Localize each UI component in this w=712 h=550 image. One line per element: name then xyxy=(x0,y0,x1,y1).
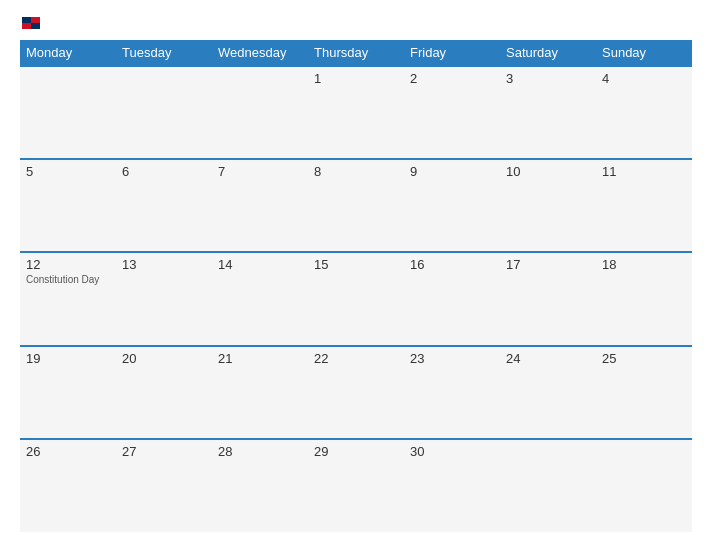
day-number: 20 xyxy=(122,351,206,366)
calendar-cell: 29 xyxy=(308,439,404,532)
logo xyxy=(20,18,40,30)
day-number: 7 xyxy=(218,164,302,179)
day-number: 15 xyxy=(314,257,398,272)
calendar-cell: 4 xyxy=(596,66,692,159)
day-number: 5 xyxy=(26,164,110,179)
calendar-cell: 1 xyxy=(308,66,404,159)
day-number: 9 xyxy=(410,164,494,179)
calendar-cell: 27 xyxy=(116,439,212,532)
calendar-table: MondayTuesdayWednesdayThursdayFridaySatu… xyxy=(20,40,692,532)
week-row-4: 19202122232425 xyxy=(20,346,692,439)
day-number: 10 xyxy=(506,164,590,179)
calendar-cell: 19 xyxy=(20,346,116,439)
calendar-cell: 22 xyxy=(308,346,404,439)
calendar-cell: 30 xyxy=(404,439,500,532)
calendar-cell xyxy=(20,66,116,159)
week-row-5: 2627282930 xyxy=(20,439,692,532)
day-number: 29 xyxy=(314,444,398,459)
logo-flag-icon xyxy=(22,17,40,29)
day-number: 30 xyxy=(410,444,494,459)
calendar-cell: 7 xyxy=(212,159,308,252)
calendar-cell xyxy=(500,439,596,532)
calendar-cell: 12Constitution Day xyxy=(20,252,116,345)
day-number: 8 xyxy=(314,164,398,179)
day-number: 22 xyxy=(314,351,398,366)
day-number: 21 xyxy=(218,351,302,366)
calendar-cell: 9 xyxy=(404,159,500,252)
col-header-thursday: Thursday xyxy=(308,40,404,66)
svg-rect-4 xyxy=(28,20,34,26)
week-row-1: 1234 xyxy=(20,66,692,159)
day-number: 14 xyxy=(218,257,302,272)
day-number: 19 xyxy=(26,351,110,366)
day-number: 16 xyxy=(410,257,494,272)
calendar-cell: 13 xyxy=(116,252,212,345)
calendar-page: MondayTuesdayWednesdayThursdayFridaySatu… xyxy=(0,0,712,550)
holiday-label: Constitution Day xyxy=(26,274,110,285)
calendar-cell: 17 xyxy=(500,252,596,345)
col-header-friday: Friday xyxy=(404,40,500,66)
day-number: 4 xyxy=(602,71,686,86)
day-number: 6 xyxy=(122,164,206,179)
col-header-wednesday: Wednesday xyxy=(212,40,308,66)
day-number: 13 xyxy=(122,257,206,272)
day-number: 25 xyxy=(602,351,686,366)
calendar-cell: 2 xyxy=(404,66,500,159)
calendar-cell xyxy=(116,66,212,159)
day-number: 26 xyxy=(26,444,110,459)
day-number: 2 xyxy=(410,71,494,86)
day-number: 12 xyxy=(26,257,110,272)
day-number: 28 xyxy=(218,444,302,459)
calendar-cell: 23 xyxy=(404,346,500,439)
day-number: 17 xyxy=(506,257,590,272)
calendar-cell: 5 xyxy=(20,159,116,252)
calendar-cell: 18 xyxy=(596,252,692,345)
col-header-saturday: Saturday xyxy=(500,40,596,66)
calendar-cell: 11 xyxy=(596,159,692,252)
calendar-cell: 3 xyxy=(500,66,596,159)
calendar-header-row: MondayTuesdayWednesdayThursdayFridaySatu… xyxy=(20,40,692,66)
day-number: 23 xyxy=(410,351,494,366)
calendar-cell: 16 xyxy=(404,252,500,345)
calendar-cell: 14 xyxy=(212,252,308,345)
calendar-cell: 8 xyxy=(308,159,404,252)
calendar-cell: 24 xyxy=(500,346,596,439)
week-row-3: 12Constitution Day131415161718 xyxy=(20,252,692,345)
calendar-cell: 15 xyxy=(308,252,404,345)
week-row-2: 567891011 xyxy=(20,159,692,252)
calendar-cell: 25 xyxy=(596,346,692,439)
calendar-cell xyxy=(596,439,692,532)
day-number: 27 xyxy=(122,444,206,459)
calendar-cell: 6 xyxy=(116,159,212,252)
calendar-cell: 20 xyxy=(116,346,212,439)
calendar-cell xyxy=(212,66,308,159)
day-number: 18 xyxy=(602,257,686,272)
calendar-cell: 26 xyxy=(20,439,116,532)
col-header-sunday: Sunday xyxy=(596,40,692,66)
day-number: 1 xyxy=(314,71,398,86)
day-number: 11 xyxy=(602,164,686,179)
day-number: 3 xyxy=(506,71,590,86)
calendar-cell: 21 xyxy=(212,346,308,439)
day-number: 24 xyxy=(506,351,590,366)
col-header-monday: Monday xyxy=(20,40,116,66)
calendar-cell: 10 xyxy=(500,159,596,252)
calendar-cell: 28 xyxy=(212,439,308,532)
col-header-tuesday: Tuesday xyxy=(116,40,212,66)
calendar-header xyxy=(20,18,692,30)
